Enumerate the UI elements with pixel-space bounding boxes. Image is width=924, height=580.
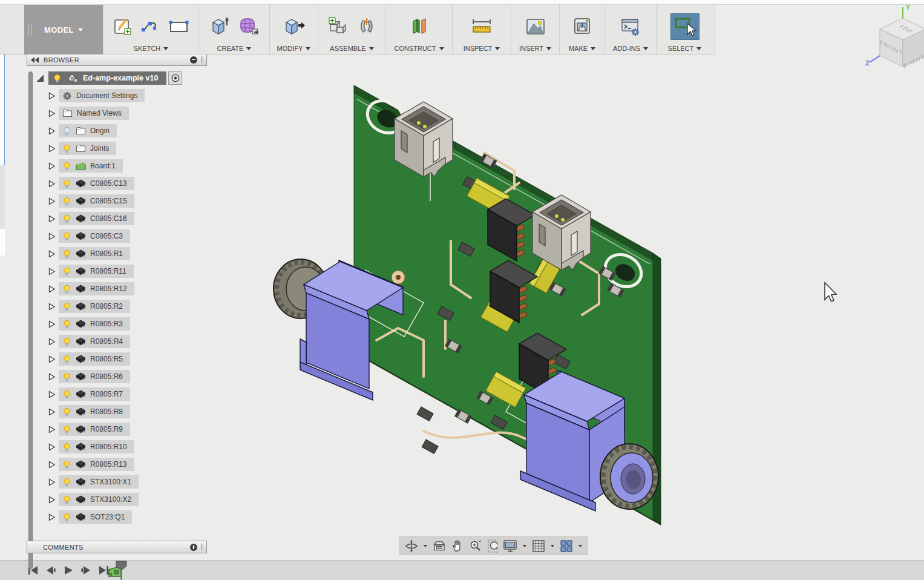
browser-item[interactable]: R0805:R7 <box>59 387 130 401</box>
expand-arrow-icon[interactable] <box>36 74 44 82</box>
bulb-icon[interactable] <box>62 197 71 206</box>
collapse-panel-icon[interactable] <box>31 57 39 63</box>
grid-dropdown-icon[interactable] <box>551 545 554 547</box>
bulb-icon[interactable] <box>62 460 71 469</box>
activate-component-radio[interactable] <box>168 71 182 85</box>
add-comment-icon[interactable] <box>190 544 197 551</box>
timeline-marker[interactable] <box>115 561 128 580</box>
bulb-icon[interactable] <box>62 302 71 311</box>
expand-arrow-icon[interactable] <box>48 215 56 222</box>
bulb-icon[interactable] <box>62 162 71 171</box>
browser-item[interactable]: Board:1 <box>59 159 123 173</box>
modify-menu[interactable]: MODIFY <box>277 42 311 54</box>
expand-arrow-icon[interactable] <box>48 391 56 398</box>
bulb-icon[interactable] <box>62 267 71 276</box>
bulb-icon[interactable] <box>62 337 71 346</box>
bulb-icon[interactable] <box>62 285 71 294</box>
select-icon[interactable] <box>670 13 700 40</box>
expand-arrow-icon[interactable] <box>48 285 56 292</box>
make-menu[interactable]: MAKE <box>569 42 595 54</box>
expand-arrow-icon[interactable] <box>48 408 56 415</box>
viewports-icon[interactable] <box>560 539 573 553</box>
expand-arrow-icon[interactable] <box>48 250 56 257</box>
orbit-icon[interactable] <box>405 539 418 553</box>
construct-plane-icon[interactable] <box>408 16 430 38</box>
browser-item[interactable]: STX3100:X2 <box>59 493 139 506</box>
browser-item[interactable]: Origin <box>59 124 117 137</box>
browser-item[interactable]: R0805:R10 <box>59 440 134 453</box>
bulb-icon[interactable] <box>62 478 71 487</box>
browser-item[interactable]: Named Views <box>59 107 129 120</box>
bulb-icon[interactable] <box>62 390 71 399</box>
expand-arrow-icon[interactable] <box>48 197 56 205</box>
comments-panel-header[interactable]: COMMENTS <box>27 541 207 553</box>
browser-item[interactable]: R0805:R1 <box>59 247 130 260</box>
extrude-icon[interactable] <box>209 16 231 38</box>
create-sketch-icon[interactable] <box>113 16 133 37</box>
viewports-dropdown-icon[interactable] <box>578 545 582 547</box>
step-forward-icon[interactable] <box>80 565 92 576</box>
expand-arrow-icon[interactable] <box>48 180 56 187</box>
bulb-icon[interactable] <box>62 355 71 364</box>
expand-arrow-icon[interactable] <box>48 320 56 328</box>
bulb-icon[interactable] <box>62 513 71 522</box>
bulb-icon[interactable] <box>62 127 71 136</box>
browser-item[interactable]: R0805:R3 <box>59 317 130 331</box>
expand-arrow-icon[interactable] <box>48 443 56 450</box>
expand-arrow-icon[interactable] <box>48 373 56 380</box>
joint-icon[interactable] <box>356 16 378 38</box>
browser-item[interactable]: R0805:R2 <box>59 300 130 313</box>
bulb-icon[interactable] <box>62 407 71 417</box>
pan-icon[interactable] <box>451 539 464 552</box>
browser-panel-header[interactable]: BROWSER <box>27 53 207 66</box>
insert-image-icon[interactable] <box>525 16 546 37</box>
3d-print-icon[interactable] <box>571 16 593 38</box>
look-at-icon[interactable] <box>433 540 446 552</box>
rectangle-icon[interactable] <box>168 16 190 37</box>
expand-arrow-icon[interactable] <box>48 303 56 310</box>
create-menu[interactable]: CREATE <box>217 42 252 54</box>
browser-item[interactable]: STX3100:X1 <box>59 475 139 489</box>
expand-arrow-icon[interactable] <box>48 110 56 117</box>
spline-icon[interactable] <box>140 16 161 37</box>
browser-item[interactable]: R0805:R9 <box>59 423 130 436</box>
expand-arrow-icon[interactable] <box>48 232 56 240</box>
bulb-icon[interactable] <box>62 425 71 434</box>
scripts-addins-icon[interactable] <box>619 16 642 38</box>
grid-settings-icon[interactable] <box>532 539 545 553</box>
expand-arrow-icon[interactable] <box>48 145 56 152</box>
zoom-icon[interactable] <box>469 539 482 553</box>
view-cube[interactable]: Y Z TOP FRONT RIGHT <box>865 4 924 77</box>
browser-scrollbar[interactable] <box>28 71 33 569</box>
browser-item[interactable]: Joints <box>59 142 116 155</box>
inspect-menu[interactable]: INSPECT <box>464 42 500 54</box>
panel-resize-grip[interactable] <box>201 544 203 550</box>
expand-arrow-icon[interactable] <box>48 268 56 275</box>
measure-icon[interactable] <box>470 16 493 37</box>
new-component-icon[interactable] <box>327 16 349 38</box>
browser-item[interactable]: R0805:R6 <box>59 370 130 383</box>
construct-menu[interactable]: CONSTRUCT <box>394 42 444 54</box>
browser-item[interactable]: C0805:C16 <box>59 212 134 225</box>
display-dropdown-icon[interactable] <box>523 545 526 547</box>
expand-arrow-icon[interactable] <box>48 461 56 468</box>
expand-arrow-icon[interactable] <box>48 355 56 363</box>
browser-item[interactable]: Document Settings <box>59 89 145 102</box>
insert-menu[interactable]: INSERT <box>519 42 551 54</box>
browser-item[interactable]: R0805:R11 <box>59 265 134 278</box>
toolbar-grip[interactable] <box>28 24 32 36</box>
expand-arrow-icon[interactable] <box>48 426 56 433</box>
bulb-icon[interactable] <box>62 249 71 259</box>
expand-arrow-icon[interactable] <box>48 127 56 134</box>
form-icon[interactable] <box>238 16 260 38</box>
addins-menu[interactable]: ADD-INS <box>613 42 648 54</box>
browser-item[interactable]: R0805:R12 <box>59 282 134 295</box>
browser-item[interactable]: C0805:C15 <box>59 194 134 208</box>
bulb-icon[interactable] <box>62 443 71 452</box>
bulb-icon[interactable] <box>62 495 71 504</box>
sketch-menu[interactable]: SKETCH <box>134 42 169 54</box>
expand-arrow-icon[interactable] <box>48 513 56 521</box>
expand-arrow-icon[interactable] <box>48 496 56 503</box>
bulb-icon[interactable] <box>53 74 62 83</box>
step-back-icon[interactable] <box>45 565 57 576</box>
